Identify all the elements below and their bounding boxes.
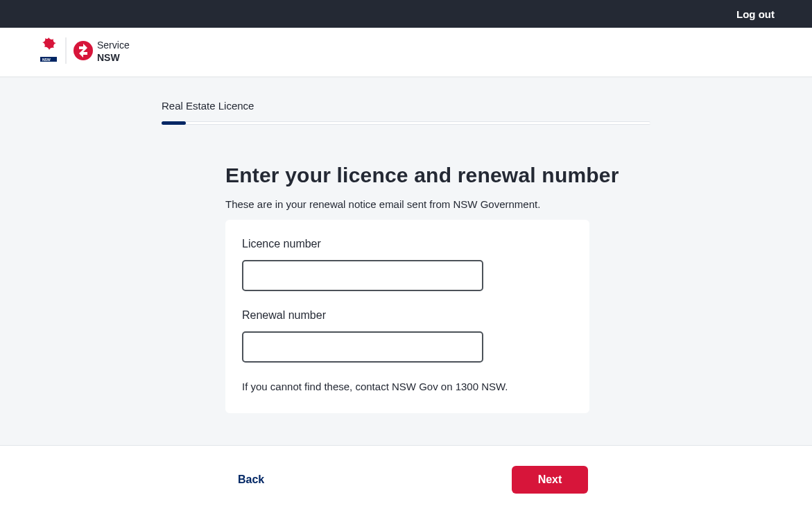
next-button[interactable]: Next [512,466,588,494]
svg-text:NSW: NSW [42,58,51,62]
licence-number-label: Licence number [242,238,573,250]
svg-text:Service: Service [97,40,130,51]
renewal-number-label: Renewal number [242,309,573,322]
back-button[interactable]: Back [238,473,264,486]
form-card: Licence number Renewal number If you can… [225,220,589,413]
renewal-number-input[interactable] [242,331,483,363]
helper-text: If you cannot find these, contact NSW Go… [242,381,573,392]
logout-link[interactable]: Log out [736,8,775,20]
svg-text:NSW: NSW [97,52,120,63]
waratah-icon [42,37,56,50]
breadcrumb: Real Estate Licence [162,100,650,112]
licence-number-input[interactable] [242,260,483,291]
page-subtitle: These are in your renewal notice email s… [225,198,650,210]
service-nsw-logo: NSW Service NSW [35,35,159,69]
progress-bar [162,121,650,125]
page-title: Enter your licence and renewal number [225,164,650,187]
